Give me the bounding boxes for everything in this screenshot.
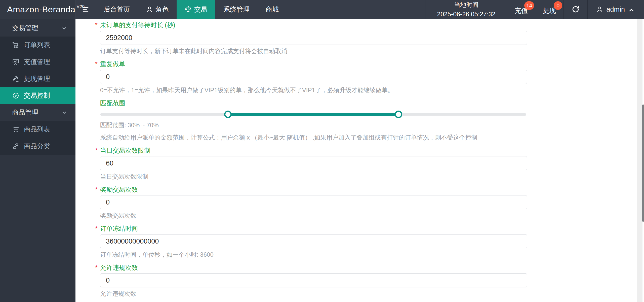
scales-icon: [185, 6, 192, 13]
recharge-button[interactable]: 充值 14: [507, 0, 535, 19]
sidebar-item-trade-control[interactable]: 交易控制: [0, 87, 75, 104]
field-label-text: 订单冻结时间: [100, 225, 138, 232]
sidebar-group-label: 交易管理: [12, 24, 38, 32]
board-chart-icon: [12, 58, 19, 65]
nav-item-dashboard[interactable]: 后台首页: [96, 0, 138, 19]
match-range-slider[interactable]: [100, 110, 526, 119]
reward-trade-count-input[interactable]: [100, 195, 527, 209]
field-helper: 当日交易次数限制: [100, 173, 527, 180]
field-label: * 订单冻结时间: [95, 225, 527, 232]
app-logo[interactable]: Amazon-Beranda V20: [0, 0, 75, 19]
required-asterisk: *: [95, 186, 100, 193]
field-helper: 订单支付等待时长，新下订单未在此时间内容完成支付将会被自动取消: [100, 48, 527, 54]
refresh-button[interactable]: [563, 0, 587, 19]
required-asterisk: *: [95, 147, 100, 154]
chevron-up-icon: [628, 7, 633, 12]
withdraw-button[interactable]: 提现 0: [535, 0, 563, 19]
field-helper-formula: 系统自动给用户派单的金额范围，计算公式：用户余额 x （最小~最大 随机值） ,…: [100, 134, 527, 141]
trade-control-form: * 未订单的支付等待时长 (秒) 订单支付等待时长，新下订单未在此时间内容完成支…: [75, 19, 527, 297]
order-freeze-time-input[interactable]: [100, 234, 527, 248]
nav-item-label: 商城: [266, 5, 279, 14]
field-helper: 匹配范围: 30% ~ 70%: [100, 122, 527, 128]
required-asterisk: *: [95, 225, 100, 232]
form-field-repeat-order: * 重复做单 0=不允许，1=允许，如果昨天用户做了VIP1级别的单，那么他今天…: [100, 61, 527, 93]
nav-item-label: 后台首页: [104, 5, 130, 14]
top-header: Amazon-Beranda V20 后台首页 角色: [0, 0, 644, 19]
sidebar-item-product-category[interactable]: 商品分类: [0, 138, 75, 155]
sidebar-item-label: 商品列表: [24, 125, 50, 134]
form-field-daily-trade-limit: * 当日交易次数限制 当日交易次数限制: [100, 147, 527, 180]
daily-trade-limit-input[interactable]: [100, 156, 527, 170]
form-field-order-freeze-time: * 订单冻结时间 订单冻结时间，单位秒，如一个小时: 3600: [100, 225, 527, 258]
slider-handle-min[interactable]: [224, 111, 232, 118]
sidebar-item-label: 交易控制: [24, 91, 50, 100]
field-label: * 允许违规次数: [95, 264, 527, 271]
content-scrollbar-track[interactable]: [637, 19, 642, 302]
sidebar-item-label: 订单列表: [24, 41, 50, 49]
sidebar-item-label: 商品分类: [24, 142, 50, 151]
field-label: * 重复做单: [95, 61, 527, 67]
sidebar-group-label: 商品管理: [12, 108, 38, 117]
sidebar-item-order-list[interactable]: 订单列表: [0, 37, 75, 53]
nav-item-trade[interactable]: 交易: [177, 0, 215, 19]
field-label: * 奖励交易次数: [95, 186, 527, 193]
cart-icon: [12, 41, 19, 49]
nav-item-mall[interactable]: 商城: [258, 0, 287, 19]
sidebar-submenu-trade: 订单列表 充值管理 提现管理: [0, 37, 75, 104]
form-field-match-range: 匹配范围 匹配范围: 30% ~ 70% 系统自动给用户派单的金额范围，计算公式…: [100, 100, 527, 141]
sidebar-item-label: 提现管理: [24, 74, 50, 83]
field-label: * 当日交易次数限制: [95, 147, 527, 154]
nav-item-system[interactable]: 系统管理: [215, 0, 258, 19]
user-icon: [146, 6, 153, 13]
repeat-order-input[interactable]: [100, 70, 527, 84]
app-title: Amazon-Beranda: [7, 5, 75, 14]
sidebar-item-label: 充值管理: [24, 57, 50, 66]
local-time-label: 当地时间: [454, 1, 478, 9]
nav-item-roles[interactable]: 角色: [138, 0, 177, 19]
window-scrollbar-thumb[interactable]: [642, 105, 644, 222]
cart-icon: [12, 126, 19, 133]
pay-wait-time-input[interactable]: [100, 31, 527, 45]
nav-item-label: 系统管理: [223, 5, 250, 14]
field-label-text: 奖励交易次数: [100, 186, 138, 193]
field-label-text: 允许违规次数: [100, 264, 138, 271]
chevron-down-icon: [61, 25, 67, 31]
user-icon: [596, 6, 603, 13]
gauge-icon: [12, 92, 19, 99]
refresh-icon: [572, 5, 580, 13]
field-label-text: 当日交易次数限制: [100, 147, 150, 154]
local-time-value: 2025-06-26 05:27:32: [437, 11, 495, 18]
field-helper: 订单冻结时间，单位秒，如一个小时: 3600: [100, 251, 527, 258]
user-menu[interactable]: admin: [587, 0, 644, 19]
chevron-down-icon: [61, 110, 67, 115]
form-field-pay-wait-time: * 未订单的支付等待时长 (秒) 订单支付等待时长，新下订单未在此时间内容完成支…: [100, 22, 527, 54]
sidebar: 交易管理 订单列表 充值管理: [0, 19, 75, 302]
form-field-reward-trade-count: * 奖励交易次数 奖励交易次数: [100, 186, 527, 219]
field-helper: 0=不允许，1=允许，如果昨天用户做了VIP1级别的单，那么他今天就做不了VIP…: [100, 87, 527, 93]
nav-item-label: 角色: [155, 5, 169, 14]
gavel-icon: [12, 75, 19, 82]
app-version: V20: [77, 4, 85, 9]
sidebar-toggle-button[interactable]: [75, 0, 96, 19]
sidebar-item-product-list[interactable]: 商品列表: [0, 121, 75, 138]
field-label-text: 重复做单: [100, 61, 125, 67]
required-asterisk: *: [95, 61, 100, 67]
field-label: 匹配范围: [100, 100, 527, 106]
field-helper: 允许违规次数: [100, 290, 527, 297]
sidebar-group-trade-management[interactable]: 交易管理: [0, 20, 75, 37]
top-nav: 后台首页 角色 交易 系统管理 商城: [96, 0, 287, 19]
field-helper: 奖励交易次数: [100, 212, 527, 219]
sidebar-item-recharge-management[interactable]: 充值管理: [0, 53, 75, 70]
required-asterisk: *: [95, 22, 100, 28]
main-content: * 未订单的支付等待时长 (秒) 订单支付等待时长，新下订单未在此时间内容完成支…: [75, 19, 637, 302]
allowed-violations-input[interactable]: [100, 273, 527, 287]
slider-handle-max[interactable]: [395, 111, 402, 118]
required-asterisk: *: [95, 264, 100, 271]
field-label-text: 匹配范围: [100, 100, 125, 106]
sidebar-submenu-product: 商品列表 商品分类: [0, 121, 75, 155]
local-time-block: 当地时间 2025-06-26 05:27:32: [425, 0, 507, 19]
username: admin: [606, 6, 625, 13]
recharge-badge: 14: [524, 1, 534, 10]
sidebar-item-withdraw-management[interactable]: 提现管理: [0, 70, 75, 87]
sidebar-group-product-management[interactable]: 商品管理: [0, 104, 75, 121]
